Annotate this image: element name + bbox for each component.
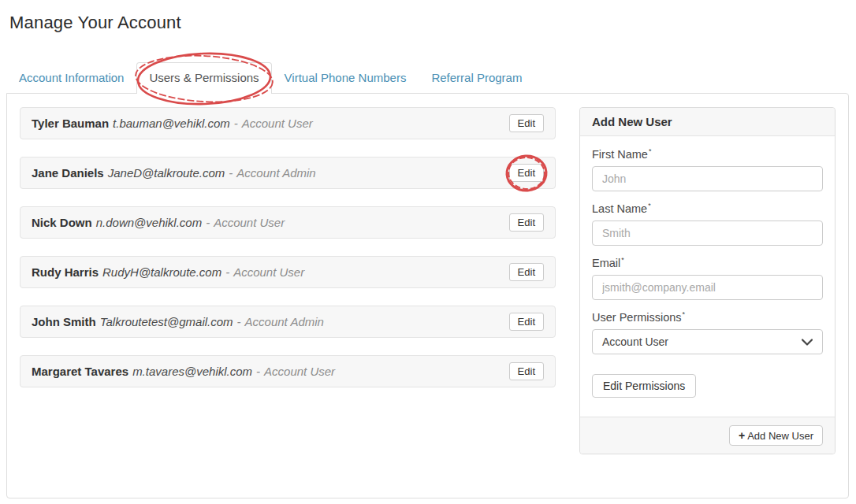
last-name-field[interactable] <box>592 220 823 246</box>
user-role: Account User <box>242 117 313 130</box>
chevron-down-icon <box>802 339 813 346</box>
user-role: Account Admin <box>236 166 315 180</box>
separator: - <box>234 117 238 130</box>
required-asterisk: * <box>683 310 686 318</box>
tab-referral-program[interactable]: Referral Program <box>419 62 534 93</box>
user-row: Nick Down n.down@vehikl.com - Account Us… <box>20 206 556 239</box>
panel-title: Add New User <box>580 108 835 136</box>
tab-account-information[interactable]: Account Information <box>6 62 136 93</box>
user-name: Jane Daniels <box>32 166 104 180</box>
add-new-user-button[interactable]: +Add New User <box>729 425 823 446</box>
label-text: Email <box>592 257 620 269</box>
last-name-label: Last Name* <box>592 202 823 215</box>
edit-button[interactable]: Edit <box>509 213 544 232</box>
user-role: Account User <box>214 216 285 229</box>
required-asterisk: * <box>649 147 652 155</box>
separator: - <box>256 365 260 378</box>
user-row: Tyler Bauman t.bauman@vehikl.com - Accou… <box>20 107 556 139</box>
panel-footer: +Add New User <box>580 417 835 454</box>
user-list: Tyler Bauman t.bauman@vehikl.com - Accou… <box>20 107 556 484</box>
user-email: Talkroutetest@gmail.com <box>100 315 233 328</box>
user-row: Rudy Harris RudyH@talkroute.com - Accoun… <box>20 256 556 288</box>
tab-label: Account Information <box>19 71 124 84</box>
user-row: Margaret Tavares m.tavares@vehikl.com - … <box>20 355 556 387</box>
edit-button[interactable]: Edit <box>509 114 544 132</box>
selected-option: Account User <box>602 335 668 348</box>
tab-content: Tyler Bauman t.bauman@vehikl.com - Accou… <box>6 93 849 498</box>
edit-permissions-button[interactable]: Edit Permissions <box>592 374 696 398</box>
user-role: Account User <box>233 265 304 279</box>
tab-bar: Account Information Users & Permissions … <box>6 62 849 93</box>
panel-body: First Name* Last Name* Email* User Permi… <box>580 136 835 417</box>
user-email: t.bauman@vehikl.com <box>113 117 230 130</box>
user-email: m.tavares@vehikl.com <box>132 365 252 378</box>
required-asterisk: * <box>648 202 651 209</box>
label-text: Last Name <box>592 202 647 215</box>
user-permissions-select[interactable]: Account User <box>592 329 823 354</box>
tab-label: Users & Permissions <box>149 71 259 84</box>
separator: - <box>229 166 233 180</box>
user-email: RudyH@talkroute.com <box>102 265 221 279</box>
add-new-user-panel: Add New User First Name* Last Name* Emai… <box>579 107 836 454</box>
tab-label: Referral Program <box>431 71 522 84</box>
edit-button[interactable]: Edit <box>509 362 544 380</box>
email-label: Email* <box>592 257 823 269</box>
required-asterisk: * <box>621 256 624 264</box>
label-text: First Name <box>592 148 648 161</box>
separator: - <box>225 265 229 279</box>
user-row: John Smith Talkroutetest@gmail.com - Acc… <box>20 306 556 338</box>
separator: - <box>206 216 210 229</box>
edit-button[interactable]: Edit <box>509 164 544 182</box>
label-text: User Permissions <box>592 311 682 324</box>
user-role: Account User <box>264 365 335 378</box>
edit-button-wrapper: Edit <box>509 164 544 182</box>
user-role: Account Admin <box>245 315 324 328</box>
user-email: n.down@vehikl.com <box>96 216 202 229</box>
plus-icon: + <box>739 429 745 442</box>
tab-virtual-phone-numbers[interactable]: Virtual Phone Numbers <box>272 62 419 93</box>
page-title: Manage Your Account <box>9 13 849 33</box>
user-row: Jane Daniels JaneD@talkroute.com - Accou… <box>20 157 556 189</box>
user-name: Tyler Bauman <box>32 117 109 130</box>
tab-label: Virtual Phone Numbers <box>285 71 407 84</box>
first-name-field[interactable] <box>592 166 823 191</box>
first-name-label: First Name* <box>592 148 823 161</box>
edit-button[interactable]: Edit <box>509 313 544 331</box>
email-field[interactable] <box>592 275 823 300</box>
edit-button[interactable]: Edit <box>509 263 544 281</box>
user-name: Nick Down <box>32 216 92 229</box>
user-permissions-label: User Permissions* <box>592 311 823 324</box>
user-email: JaneD@talkroute.com <box>108 166 225 180</box>
add-button-label: Add New User <box>747 430 813 442</box>
separator: - <box>237 315 241 328</box>
tab-users-permissions[interactable]: Users & Permissions <box>136 62 271 94</box>
user-name: John Smith <box>32 315 96 328</box>
user-name: Rudy Harris <box>32 265 99 279</box>
user-name: Margaret Tavares <box>32 365 128 378</box>
